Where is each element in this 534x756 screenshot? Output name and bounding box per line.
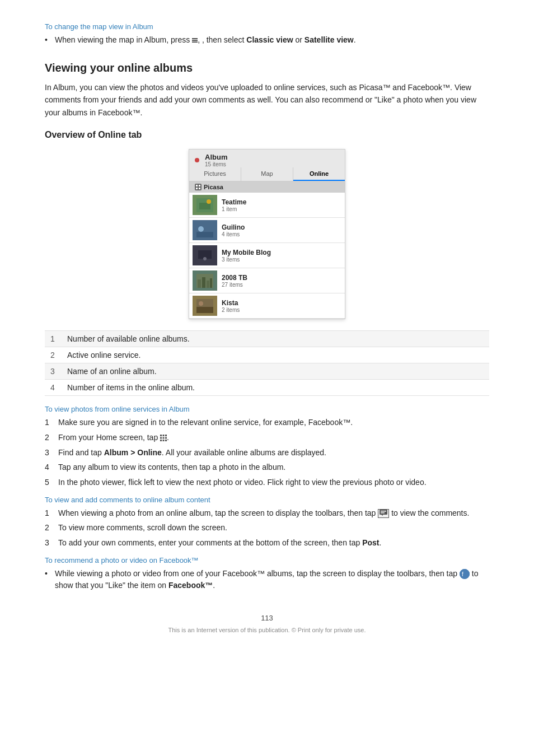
svg-rect-34 [381,512,385,514]
view-photos-section: To view photos from online services in A… [45,405,489,488]
phone-header-info: Album 15 items [205,153,227,167]
album-count-4: 27 items [222,282,341,288]
view-photos-step-2: 2 From your Home screen, tap . [45,432,489,444]
album-row-3[interactable]: My Mobile Blog 3 items [189,243,345,268]
legend-table-body: 1 Number of available online albums. 2 A… [45,331,489,396]
album-row-1[interactable]: Teatime 1 item [189,193,345,218]
album-name-2: Guilino [222,223,341,231]
thumb-img-3 [196,249,213,263]
thumb-img-1 [196,198,213,212]
facebook-bold: Facebook™ [168,581,213,590]
svg-rect-28 [160,440,162,441]
tab-pictures[interactable]: Pictures [189,167,241,181]
status-dot [195,158,199,162]
tab-map[interactable]: Map [241,167,293,181]
step-num-4: 4 [45,461,49,474]
step-num-3: 3 [45,447,49,459]
svg-text:f: f [462,571,463,577]
album-name-1: Teatime [222,198,341,206]
album-row-2[interactable]: Guilino 4 items [189,218,345,243]
view-comments-heading: To view and add comments to online album… [45,496,489,504]
svg-point-10 [198,226,204,232]
view-photos-heading: To view photos from online services in A… [45,405,489,413]
page-number: 113 [45,614,489,622]
view-comments-step-1: 1 When viewing a photo from an online al… [45,507,489,520]
legend-row-2: 2 Active online service. [45,347,489,363]
legend-num-1: 1 [45,331,62,347]
view-photos-steps: 1 Make sure you are signed in to the rel… [45,417,489,488]
view-photos-step-1: 1 Make sure you are signed in to the rel… [45,417,489,429]
legend-num-3: 3 [45,363,62,380]
phone-header: Album 15 items [189,150,345,167]
recommend-bullets: While viewing a photo or video from one … [45,568,489,591]
view-photos-step-5: 5 In the photo viewer, flick left to vie… [45,477,489,489]
svg-rect-16 [202,277,205,288]
album-info-4: 2008 TB 27 items [222,274,341,288]
album-name-3: My Mobile Blog [222,249,341,256]
svg-point-13 [203,257,207,260]
svg-rect-20 [196,307,213,313]
step-num-c3: 3 [45,537,49,549]
phone-app-sub: 15 items [205,161,227,167]
view-comments-steps: 1 When viewing a photo from an online al… [45,507,489,549]
album-info-1: Teatime 1 item [222,198,341,212]
album-name-4: 2008 TB [222,274,341,282]
grid-icon [160,435,167,441]
view-photos-step-4: 4 Tap any album to view its contents, th… [45,461,489,474]
svg-rect-4 [199,188,200,189]
step-num-1: 1 [45,417,49,429]
service-row: Picasa [189,181,345,193]
svg-rect-31 [380,510,387,515]
svg-rect-1 [196,185,198,186]
album-thumb-1 [193,195,217,215]
album-info-5: Kista 2 items [222,299,341,313]
legend-text-2: Active online service. [62,347,489,363]
tab-online[interactable]: Online [293,167,345,181]
overview-subtitle: Overview of Online tab [45,130,489,140]
comment-svg [380,510,387,516]
thumb-img-2 [196,223,213,237]
legend-text-3: Name of an online album. [62,363,489,380]
like-icon: f [460,569,470,579]
phone-mockup: Album 15 items Pictures Map Online Picas… [189,149,345,319]
svg-rect-26 [163,437,165,439]
svg-rect-23 [163,435,165,436]
phone-tabs: Pictures Map Online [189,167,345,181]
comment-icon [378,509,389,518]
overview-container: Album 15 items Pictures Map Online Picas… [45,149,489,319]
main-body-text: In Album, you can view the photos and vi… [45,81,489,119]
map-view-bullet: When viewing the map in Album, press , ,… [45,34,489,46]
album-info-2: Guilino 4 items [222,223,341,237]
thumb-img-5 [196,299,213,313]
view-comments-step-2: 2 To view more comments, scroll down the… [45,522,489,534]
hamburger-icon [192,38,198,43]
like-svg: f [460,569,470,579]
thumb-img-4 [196,274,213,288]
recommend-section: To recommend a photo or video on Faceboo… [45,556,489,591]
map-view-heading: To change the map view in Album [45,22,489,31]
view-comments-step-3: 3 To add your own comments, enter your c… [45,537,489,549]
svg-rect-9 [196,232,213,237]
svg-rect-25 [160,437,162,439]
album-thumb-4 [193,270,217,291]
album-thumb-5 [193,296,217,316]
svg-rect-17 [207,281,209,288]
step-num-5: 5 [45,477,49,489]
phone-app-name: Album [205,153,227,161]
footer-note: This is an Internet version of this publ… [45,627,489,633]
legend-row-3: 3 Name of an online album. [45,363,489,380]
post-bold: Post [362,538,379,547]
svg-rect-0 [195,184,202,190]
album-row-5[interactable]: Kista 2 items [189,293,345,319]
svg-rect-3 [196,188,198,189]
album-thumb-3 [193,245,217,265]
svg-rect-15 [198,279,201,288]
legend-row-1: 1 Number of available online albums. [45,331,489,347]
svg-rect-18 [210,278,212,288]
album-list: Teatime 1 item Guilino 4 items [189,193,345,319]
step-num-c1: 1 [45,507,49,520]
album-row-4[interactable]: 2008 TB 27 items [189,268,345,293]
svg-rect-22 [160,435,162,436]
step-num-2: 2 [45,432,49,444]
legend-num-4: 4 [45,380,62,396]
